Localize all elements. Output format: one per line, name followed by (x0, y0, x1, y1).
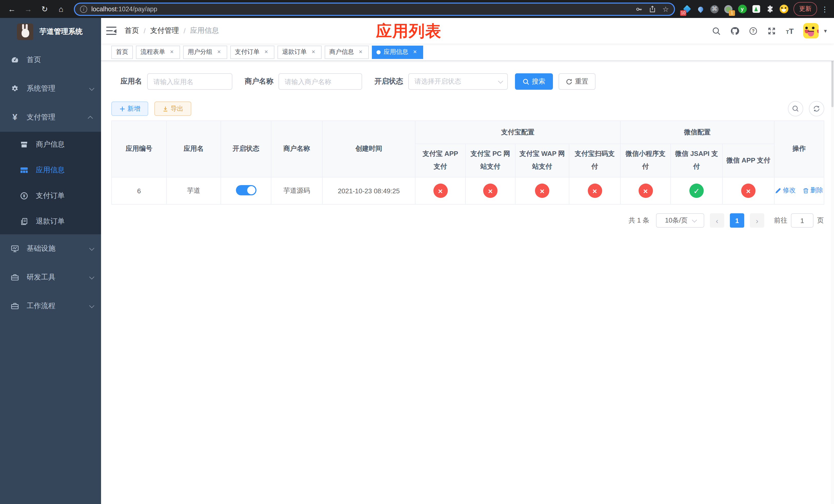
tab-user-group[interactable]: 用户分组× (183, 45, 227, 59)
sidebar-item-pay-order[interactable]: ¥ 支付订单 (0, 183, 101, 209)
tab-app-info[interactable]: 应用信息× (372, 45, 423, 59)
reset-button[interactable]: 重置 (558, 73, 595, 90)
tab-merchant-info[interactable]: 商户信息× (325, 45, 369, 59)
tab-process-form[interactable]: 流程表单× (136, 45, 180, 59)
sidebar-item-workflow[interactable]: 工作流程 (0, 292, 101, 320)
password-key-icon[interactable] (636, 5, 643, 13)
close-icon[interactable]: × (357, 48, 364, 55)
sidebar-collapse-icon[interactable] (106, 27, 116, 35)
logo-row[interactable]: 芋道管理系统 (0, 18, 101, 46)
fullscreen-icon[interactable] (767, 26, 776, 35)
font-size-icon[interactable]: TT (786, 26, 794, 35)
sidebar-item-home[interactable]: 首页 (0, 46, 101, 74)
close-icon[interactable]: × (215, 48, 223, 55)
extensions-puzzle-icon[interactable] (765, 4, 774, 14)
sidebar-item-app-info[interactable]: 应用信息 (0, 157, 101, 183)
pencil-icon (775, 188, 781, 194)
bookmark-star-icon[interactable]: ☆ (662, 5, 669, 13)
cell-merchant: 芋道源码 (271, 177, 322, 204)
col-header-app-name: 应用名 (167, 121, 221, 177)
goto-page-input[interactable] (791, 213, 813, 228)
extension-command-icon[interactable]: ⌘ (710, 4, 719, 14)
search-icon (523, 78, 529, 85)
current-page-button[interactable]: 1 (730, 213, 744, 228)
sidebar-item-payment[interactable]: ¥ 支付管理 (0, 103, 101, 132)
extension-green-icon[interactable]: y (738, 4, 747, 14)
tab-refund-order[interactable]: 退款订单× (278, 45, 322, 59)
sidebar-item-label: 系统管理 (27, 84, 89, 93)
share-icon[interactable] (649, 5, 656, 13)
screen: ← → ↻ ⌂ i localhost:1024/pay/app ☆ 10 ⌘ … (0, 0, 834, 504)
chevron-down-icon (89, 245, 94, 250)
total-count: 共 1 条 (629, 216, 649, 225)
reload-icon[interactable]: ↻ (39, 3, 50, 15)
close-icon[interactable]: × (310, 48, 317, 55)
refresh-table-icon[interactable] (809, 101, 824, 116)
sidebar-item-label: 基础设施 (27, 244, 89, 253)
search-icon[interactable] (712, 26, 721, 35)
extension-profile-icon[interactable]: 1 (724, 4, 733, 14)
filter-form: 应用名 商户名称 开启状态 请选择开启状态 搜索 重置 (111, 73, 834, 90)
sidebar-item-label: 支付订单 (36, 191, 65, 201)
page-size-select[interactable]: 10条/页 (656, 213, 704, 228)
emoji-extension-icon[interactable] (779, 4, 788, 14)
home-icon[interactable]: ⌂ (56, 3, 67, 15)
alipay-pc-status-icon: × (483, 184, 498, 198)
edit-link[interactable]: 修改 (775, 186, 795, 195)
col-header-created: 创建时间 (322, 121, 415, 177)
col-header-ops: 操作 (774, 121, 824, 177)
plus-icon (119, 106, 125, 112)
close-icon[interactable]: × (411, 48, 419, 55)
svg-text:?: ? (752, 28, 755, 33)
page-scrollbar[interactable] (831, 18, 834, 504)
app-table: 应用编号 应用名 开启状态 商户名称 创建时间 支付宝配置 微信配置 操作 支付… (111, 120, 824, 205)
url-bar[interactable]: i localhost:1024/pay/app ☆ (74, 2, 675, 16)
browser-nav-group: ← → ↻ ⌂ (0, 3, 73, 15)
avatar-caret-icon[interactable]: ▾ (824, 27, 827, 34)
app-name-input[interactable] (147, 73, 232, 90)
status-label: 开启状态 (374, 77, 403, 86)
toggle-search-icon[interactable] (788, 101, 803, 116)
chevron-down-icon (498, 78, 503, 83)
back-icon[interactable]: ← (6, 3, 18, 15)
documents-icon (20, 217, 29, 226)
breadcrumb-payment[interactable]: 支付管理 (150, 26, 179, 36)
breadcrumb-home[interactable]: 首页 (125, 26, 139, 36)
close-icon[interactable]: × (263, 48, 270, 55)
user-avatar[interactable] (804, 23, 819, 39)
tab-pay-order[interactable]: 支付订单× (230, 45, 275, 59)
forward-icon[interactable]: → (23, 3, 34, 15)
sidebar-item-refund-order[interactable]: 退款订单 (0, 209, 101, 234)
url-text[interactable]: localhost:1024/pay/app (91, 5, 636, 13)
payment-submenu: 商户信息 应用信息 ¥ 支付订单 退款订单 (0, 132, 101, 234)
next-page-button[interactable]: › (750, 213, 764, 228)
prev-page-button[interactable]: ‹ (710, 213, 724, 228)
status-select[interactable]: 请选择开启状态 (408, 73, 508, 90)
sidebar-item-system[interactable]: 系统管理 (0, 74, 101, 103)
extensions-row: 10 ⌘ 1 y (682, 4, 788, 14)
site-info-icon[interactable]: i (80, 5, 87, 13)
browser-menu-icon[interactable]: ⋮ (821, 5, 828, 13)
sidebar-item-infra[interactable]: 基础设施 (0, 234, 101, 263)
github-icon[interactable] (730, 26, 739, 35)
toolbox-icon (10, 273, 20, 281)
help-icon[interactable]: ? (749, 26, 758, 35)
tab-home[interactable]: 首页 (111, 45, 133, 59)
grid-icon (20, 166, 29, 174)
close-icon[interactable]: × (168, 48, 175, 55)
merchant-name-input[interactable] (279, 73, 362, 90)
sidebar-item-merchant-info[interactable]: 商户信息 (0, 132, 101, 157)
export-button[interactable]: 导出 (154, 101, 191, 116)
add-button[interactable]: 新增 (111, 101, 148, 116)
chevron-down-icon (692, 217, 697, 222)
extension-sprout-icon[interactable] (751, 4, 761, 14)
extension-pin-icon[interactable] (696, 4, 705, 14)
extension-diamond-icon[interactable]: 10 (682, 4, 692, 14)
sidebar-item-label: 支付管理 (27, 113, 89, 122)
browser-update-button[interactable]: 更新 (793, 2, 817, 16)
search-button[interactable]: 搜索 (515, 73, 553, 90)
status-toggle[interactable] (236, 185, 256, 195)
delete-link[interactable]: 删除 (803, 186, 823, 195)
sidebar-item-dev-tools[interactable]: 研发工具 (0, 263, 101, 292)
navbar-actions: ? TT ▾ (712, 23, 827, 39)
